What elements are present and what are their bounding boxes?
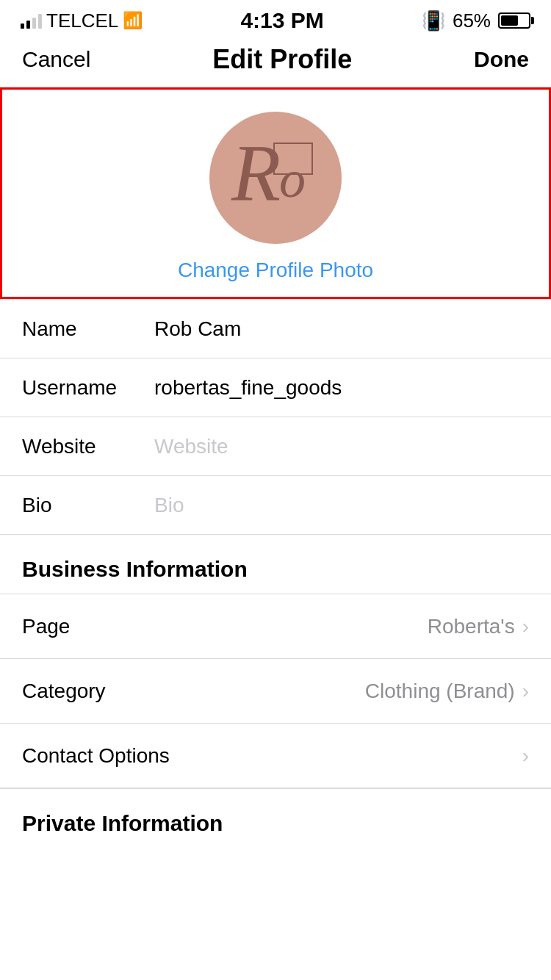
status-bar: TELCEL 📶 4:13 PM 📳 65% — [0, 0, 551, 37]
avatar-initials: R o — [209, 105, 342, 251]
private-section: Private Information — [0, 788, 551, 848]
bio-label: Bio — [22, 494, 154, 517]
business-section: Page Roberta's › Category Clothing (Bran… — [0, 594, 551, 788]
username-input[interactable] — [154, 376, 529, 400]
category-chevron-icon: › — [522, 680, 529, 703]
status-time: 4:13 PM — [240, 8, 323, 33]
page-title: Edit Profile — [212, 44, 352, 75]
page-value-container: Roberta's › — [428, 615, 529, 638]
page-label: Page — [22, 615, 70, 638]
category-row[interactable]: Category Clothing (Brand) › — [0, 659, 551, 724]
page-chevron-icon: › — [522, 615, 529, 638]
bluetooth-icon: 📳 — [422, 10, 445, 32]
website-input[interactable] — [154, 435, 529, 458]
category-label: Category — [22, 680, 106, 703]
name-row: Name — [0, 300, 551, 359]
category-value: Clothing (Brand) — [365, 680, 515, 703]
name-label: Name — [22, 317, 154, 341]
website-row: Website — [0, 417, 551, 476]
wifi-icon: 📶 — [123, 11, 143, 30]
nav-bar: Cancel Edit Profile Done — [0, 37, 551, 87]
battery-icon — [498, 12, 530, 29]
page-row[interactable]: Page Roberta's › — [0, 594, 551, 659]
carrier-label: TELCEL — [46, 10, 118, 32]
avatar[interactable]: R o — [209, 112, 342, 244]
contact-label: Contact Options — [22, 744, 170, 768]
bio-input[interactable] — [154, 494, 529, 517]
category-value-container: Clothing (Brand) › — [365, 680, 529, 703]
contact-chevron-icon: › — [522, 744, 529, 768]
contact-chevron-container: › — [522, 744, 529, 768]
contact-options-row[interactable]: Contact Options › — [0, 724, 551, 788]
website-label: Website — [22, 435, 154, 458]
battery-percent: 65% — [453, 10, 491, 32]
page-value: Roberta's — [428, 615, 515, 638]
cancel-button[interactable]: Cancel — [22, 47, 90, 72]
bio-row: Bio — [0, 476, 551, 535]
form-section: Name Username Website Bio — [0, 300, 551, 535]
private-info-title: Private Information — [22, 811, 223, 835]
status-left: TELCEL 📶 — [21, 10, 143, 32]
name-input[interactable] — [154, 317, 529, 341]
done-button[interactable]: Done — [474, 47, 529, 72]
svg-text:o: o — [279, 150, 306, 209]
photo-section[interactable]: R o Change Profile Photo — [0, 87, 551, 299]
username-label: Username — [22, 376, 154, 400]
business-info-title: Business Information — [22, 557, 248, 581]
status-right: 📳 65% — [422, 10, 530, 32]
business-section-header: Business Information — [0, 535, 551, 594]
signal-icon — [21, 12, 42, 29]
change-photo-button[interactable]: Change Profile Photo — [178, 259, 373, 282]
username-row: Username — [0, 359, 551, 417]
svg-text:R: R — [231, 129, 281, 218]
